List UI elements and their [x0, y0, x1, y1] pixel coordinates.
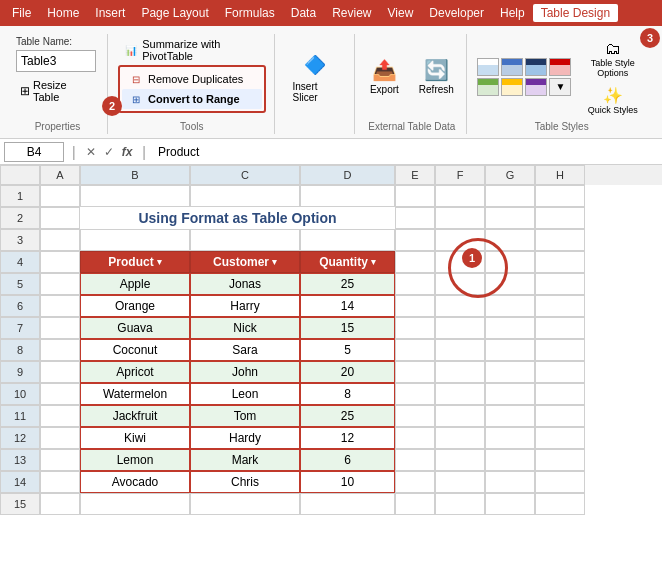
table-name-input[interactable]: [16, 50, 96, 72]
cell-e9[interactable]: [395, 361, 435, 383]
col-header-e[interactable]: E: [395, 165, 435, 185]
style-swatch-7[interactable]: [525, 78, 547, 96]
row-header-11[interactable]: 11: [0, 405, 40, 427]
cell-g4[interactable]: [485, 251, 535, 273]
cell-e8[interactable]: [395, 339, 435, 361]
cell-e14[interactable]: [395, 471, 435, 493]
cell-d5[interactable]: 25: [300, 273, 395, 295]
cell-d13[interactable]: 6: [300, 449, 395, 471]
menu-formulas[interactable]: Formulas: [217, 4, 283, 22]
cell-b8[interactable]: Coconut: [80, 339, 190, 361]
row-header-3[interactable]: 3: [0, 229, 40, 251]
cell-e2[interactable]: [395, 207, 435, 229]
col-header-a[interactable]: A: [40, 165, 80, 185]
cell-g9[interactable]: [485, 361, 535, 383]
cell-f14[interactable]: [435, 471, 485, 493]
cell-f7[interactable]: [435, 317, 485, 339]
cell-b14[interactable]: Avocado: [80, 471, 190, 493]
cell-reference-box[interactable]: B4: [4, 142, 64, 162]
cell-h15[interactable]: [535, 493, 585, 515]
cell-c6[interactable]: Harry: [190, 295, 300, 317]
cell-c3[interactable]: [190, 229, 300, 251]
col-header-h[interactable]: H: [535, 165, 585, 185]
menu-table-design[interactable]: Table Design: [533, 4, 618, 22]
cell-g2[interactable]: [485, 207, 535, 229]
cell-d12[interactable]: 12: [300, 427, 395, 449]
cell-g12[interactable]: [485, 427, 535, 449]
cell-h5[interactable]: [535, 273, 585, 295]
cell-b13[interactable]: Lemon: [80, 449, 190, 471]
cell-g7[interactable]: [485, 317, 535, 339]
cell-b4[interactable]: Product ▾: [80, 251, 190, 273]
cell-c11[interactable]: Tom: [190, 405, 300, 427]
cell-c9[interactable]: John: [190, 361, 300, 383]
row-header-7[interactable]: 7: [0, 317, 40, 339]
cell-h7[interactable]: [535, 317, 585, 339]
cell-c10[interactable]: Leon: [190, 383, 300, 405]
cell-f3[interactable]: [435, 229, 485, 251]
cell-b2[interactable]: Using Format as Table Option: [80, 207, 395, 229]
cell-c7[interactable]: Nick: [190, 317, 300, 339]
cell-a4[interactable]: [40, 251, 80, 273]
cell-b10[interactable]: Watermelon: [80, 383, 190, 405]
cell-d14[interactable]: 10: [300, 471, 395, 493]
row-header-14[interactable]: 14: [0, 471, 40, 493]
customer-dropdown-icon[interactable]: ▾: [272, 257, 277, 267]
style-swatch-2[interactable]: [501, 58, 523, 76]
cell-d7[interactable]: 15: [300, 317, 395, 339]
cell-d6[interactable]: 14: [300, 295, 395, 317]
cell-h13[interactable]: [535, 449, 585, 471]
cell-g5[interactable]: [485, 273, 535, 295]
cell-c12[interactable]: Hardy: [190, 427, 300, 449]
cell-d10[interactable]: 8: [300, 383, 395, 405]
cell-g10[interactable]: [485, 383, 535, 405]
cell-g6[interactable]: [485, 295, 535, 317]
remove-duplicates-button[interactable]: ⊟ Remove Duplicates: [122, 69, 262, 89]
cell-h1[interactable]: [535, 185, 585, 207]
cell-e1[interactable]: [395, 185, 435, 207]
menu-review[interactable]: Review: [324, 4, 379, 22]
cell-h3[interactable]: [535, 229, 585, 251]
menu-insert[interactable]: Insert: [87, 4, 133, 22]
cell-a8[interactable]: [40, 339, 80, 361]
menu-data[interactable]: Data: [283, 4, 324, 22]
cell-g11[interactable]: [485, 405, 535, 427]
cell-e11[interactable]: [395, 405, 435, 427]
col-header-g[interactable]: G: [485, 165, 535, 185]
row-header-13[interactable]: 13: [0, 449, 40, 471]
cell-c8[interactable]: Sara: [190, 339, 300, 361]
refresh-button[interactable]: 🔄 Refresh: [413, 56, 460, 97]
cell-e7[interactable]: [395, 317, 435, 339]
col-header-b[interactable]: B: [80, 165, 190, 185]
cell-d11[interactable]: 25: [300, 405, 395, 427]
row-header-9[interactable]: 9: [0, 361, 40, 383]
menu-home[interactable]: Home: [39, 4, 87, 22]
cell-a10[interactable]: [40, 383, 80, 405]
cell-b12[interactable]: Kiwi: [80, 427, 190, 449]
cell-f10[interactable]: [435, 383, 485, 405]
cell-b9[interactable]: Apricot: [80, 361, 190, 383]
row-header-1[interactable]: 1: [0, 185, 40, 207]
menu-view[interactable]: View: [380, 4, 422, 22]
cell-e12[interactable]: [395, 427, 435, 449]
row-header-8[interactable]: 8: [0, 339, 40, 361]
cell-d8[interactable]: 5: [300, 339, 395, 361]
cell-g14[interactable]: [485, 471, 535, 493]
cell-a5[interactable]: [40, 273, 80, 295]
cell-e15[interactable]: [395, 493, 435, 515]
cell-b5[interactable]: Apple: [80, 273, 190, 295]
cell-g1[interactable]: [485, 185, 535, 207]
cell-h2[interactable]: [535, 207, 585, 229]
quick-styles-button[interactable]: ✨ Quick Styles: [579, 84, 646, 117]
menu-page-layout[interactable]: Page Layout: [133, 4, 216, 22]
convert-range-button[interactable]: ⊞ Convert to Range: [122, 89, 262, 109]
cell-a3[interactable]: [40, 229, 80, 251]
style-swatch-5[interactable]: [477, 78, 499, 96]
row-header-4[interactable]: 4: [0, 251, 40, 273]
cell-e4[interactable]: [395, 251, 435, 273]
cell-d9[interactable]: 20: [300, 361, 395, 383]
cell-h11[interactable]: [535, 405, 585, 427]
resize-table-button[interactable]: ⊞ Resize Table: [16, 77, 99, 105]
cell-a6[interactable]: [40, 295, 80, 317]
cell-a11[interactable]: [40, 405, 80, 427]
